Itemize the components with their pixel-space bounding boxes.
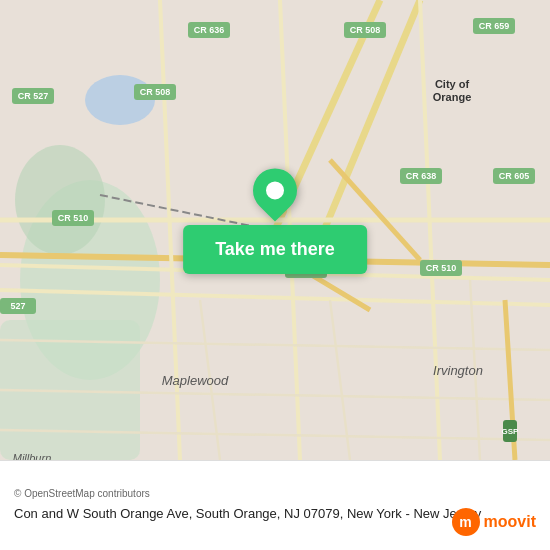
svg-text:Millburn: Millburn xyxy=(13,452,52,460)
svg-text:CR 508: CR 508 xyxy=(350,25,381,35)
svg-text:CR 659: CR 659 xyxy=(479,21,510,31)
svg-text:City of: City of xyxy=(435,78,470,90)
moovit-logo: m moovit xyxy=(452,508,536,536)
svg-text:CR 510: CR 510 xyxy=(426,263,457,273)
svg-text:CR 510: CR 510 xyxy=(58,213,89,223)
svg-text:527: 527 xyxy=(10,301,25,311)
svg-text:CR 508: CR 508 xyxy=(140,87,171,97)
map-container: GSP CR 636 CR 508 CR 659 CR 527 CR 508 C… xyxy=(0,0,550,460)
svg-text:Orange: Orange xyxy=(433,91,472,103)
svg-text:Irvington: Irvington xyxy=(433,363,483,378)
osm-text: © OpenStreetMap contributors xyxy=(14,488,150,499)
bottom-bar: © OpenStreetMap contributors Con and W S… xyxy=(0,460,550,550)
app: GSP CR 636 CR 508 CR 659 CR 527 CR 508 C… xyxy=(0,0,550,550)
osm-attribution: © OpenStreetMap contributors xyxy=(14,488,536,499)
location-pin xyxy=(253,168,297,212)
moovit-icon: m xyxy=(452,508,480,536)
svg-text:CR 527: CR 527 xyxy=(18,91,49,101)
svg-text:Maplewood: Maplewood xyxy=(162,373,229,388)
svg-text:CR 605: CR 605 xyxy=(499,171,530,181)
svg-text:CR 638: CR 638 xyxy=(406,171,437,181)
svg-text:GSP: GSP xyxy=(502,427,520,436)
take-me-there-button[interactable]: Take me there xyxy=(183,225,367,274)
svg-point-2 xyxy=(15,145,105,255)
svg-text:CR 636: CR 636 xyxy=(194,25,225,35)
moovit-text: moovit xyxy=(484,513,536,531)
